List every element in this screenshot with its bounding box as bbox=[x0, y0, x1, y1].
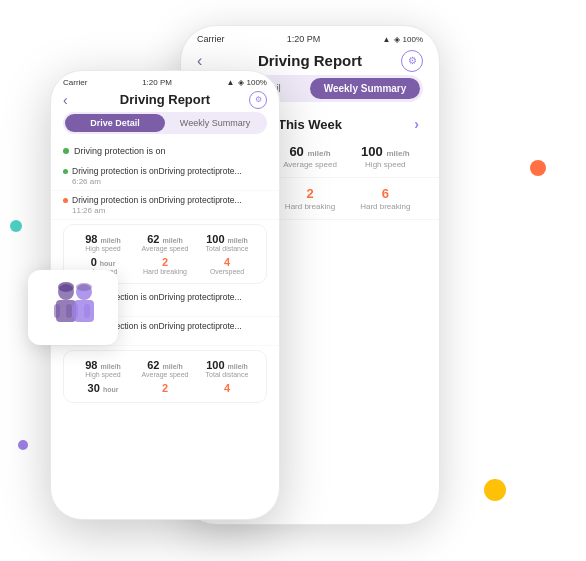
card-stat-avg-speed-2: 62 mile/h Average speed bbox=[134, 359, 196, 378]
entry-time-2: 11:26 am bbox=[63, 206, 267, 215]
card-stat-total-dist-1: 100 mile/h Total distance bbox=[196, 233, 258, 252]
drive-entry-1-header: Driving protection is onDriving protecti… bbox=[63, 166, 267, 176]
drive-entry-2-header: Driving protection is onDriving protecti… bbox=[63, 195, 267, 205]
settings-button-front[interactable]: ⚙ bbox=[249, 91, 267, 109]
carrier-label-back: Carrier bbox=[197, 34, 225, 44]
stats-card-1-top-row: 98 mile/h High speed 62 mile/h Average s… bbox=[72, 231, 258, 254]
card-stat-breaking-1: 2 Hard breaking bbox=[134, 256, 196, 275]
stat-value-hard-breaking-2: 6 bbox=[348, 186, 423, 201]
back-button-front[interactable]: ‹ bbox=[63, 92, 68, 108]
signal-icon: ▲ bbox=[383, 35, 391, 44]
week-next-button[interactable]: › bbox=[414, 116, 419, 132]
stats-card-2: 98 mile/h High speed 62 mile/h Average s… bbox=[63, 350, 267, 403]
stat-label-avg-speed: Average speed bbox=[272, 160, 347, 169]
time-label-back: 1:20 PM bbox=[287, 34, 321, 44]
svg-point-8 bbox=[58, 282, 74, 292]
card-stat-val-td1: 100 mile/h bbox=[196, 233, 258, 245]
battery-label-back: 100% bbox=[403, 35, 423, 44]
entry-dot-green-1 bbox=[63, 169, 68, 174]
stat-hard-breaking-2: 6 Hard breaking bbox=[348, 186, 423, 211]
stat-total-dist: 100 mile/h High speed bbox=[348, 144, 423, 169]
stat-hard-breaking: 2 Hard breaking bbox=[272, 186, 347, 211]
svg-rect-2 bbox=[54, 304, 60, 318]
svg-point-9 bbox=[76, 283, 92, 291]
stat-value-total-dist: 100 mile/h bbox=[348, 144, 423, 159]
tabs-front: Drive Detail Weekly Summary bbox=[63, 112, 267, 134]
status-bar-front: Carrier 1:20 PM ▲ ◈ 100% bbox=[51, 71, 279, 90]
wifi-icon-front: ◈ bbox=[238, 78, 244, 87]
header-front: ‹ Driving Report ⚙ bbox=[51, 90, 279, 112]
card-stat-avg-speed-1: 62 mile/h Average speed bbox=[134, 233, 196, 252]
drive-entry-2[interactable]: Driving protection is onDriving protecti… bbox=[51, 191, 279, 220]
protection-status: Driving protection is on bbox=[51, 142, 279, 162]
card-stat-hour-2: 30 hour bbox=[72, 382, 134, 394]
time-label-front: 1:20 PM bbox=[142, 78, 172, 87]
card-stat-high-speed-2: 98 mile/h High speed bbox=[72, 359, 134, 378]
card-stat-val-as1: 62 mile/h bbox=[134, 233, 196, 245]
settings-button-back[interactable]: ⚙ bbox=[401, 50, 423, 72]
avatar-illustration bbox=[38, 278, 108, 338]
tab-weekly-summary-back[interactable]: Weekly Summary bbox=[310, 78, 420, 99]
stats-card-2-bottom-row: 30 hour 2 4 bbox=[72, 380, 258, 396]
stat-avg-speed: 60 mile/h Average speed bbox=[272, 144, 347, 169]
status-bar-back: Carrier 1:20 PM ▲ ◈ 100% bbox=[181, 26, 439, 48]
tab-drive-detail-front[interactable]: Drive Detail bbox=[65, 114, 165, 132]
status-icons-back: ▲ ◈ 100% bbox=[383, 35, 423, 44]
card-stat-overspeed-2: 4 bbox=[196, 382, 258, 394]
status-icons-front: ▲ ◈ 100% bbox=[227, 78, 267, 87]
entry-dot-orange-1 bbox=[63, 198, 68, 203]
decorative-dot-orange bbox=[530, 160, 546, 176]
protection-text: Driving protection is on bbox=[74, 146, 166, 156]
entry-text-2: Driving protection is onDriving protecti… bbox=[72, 195, 242, 205]
decorative-dot-yellow bbox=[484, 479, 506, 501]
svg-rect-7 bbox=[84, 304, 90, 318]
page-title-back: Driving Report bbox=[258, 52, 362, 69]
back-button-back[interactable]: ‹ bbox=[197, 52, 202, 70]
battery-label-front: 100% bbox=[247, 78, 267, 87]
drive-entry-1[interactable]: Driving protection is onDriving protecti… bbox=[51, 162, 279, 191]
entry-text-1: Driving protection is onDriving protecti… bbox=[72, 166, 242, 176]
card-stat-high-speed-1: 98 mile/h High speed bbox=[72, 233, 134, 252]
stat-label-total-dist: High speed bbox=[348, 160, 423, 169]
page-title-front: Driving Report bbox=[120, 92, 210, 107]
card-stat-breaking-2: 2 bbox=[134, 382, 196, 394]
entry-time-1: 6:26 am bbox=[63, 177, 267, 186]
decorative-dot-purple bbox=[18, 440, 28, 450]
svg-rect-3 bbox=[66, 304, 72, 318]
tab-weekly-summary-front[interactable]: Weekly Summary bbox=[165, 114, 265, 132]
card-stat-val-hs1: 98 mile/h bbox=[72, 233, 134, 245]
avatar-card bbox=[28, 270, 118, 345]
card-stat-total-dist-2: 100 mile/h Total distance bbox=[196, 359, 258, 378]
week-label: This Week bbox=[278, 117, 342, 132]
stat-value-hard-breaking: 2 bbox=[272, 186, 347, 201]
signal-icon-front: ▲ bbox=[227, 78, 235, 87]
decorative-dot-teal bbox=[10, 220, 22, 232]
card-stat-overspeed-1: 4 Overspeed bbox=[196, 256, 258, 275]
stat-value-avg-speed: 60 mile/h bbox=[272, 144, 347, 159]
svg-rect-6 bbox=[72, 304, 78, 318]
stats-card-2-top-row: 98 mile/h High speed 62 mile/h Average s… bbox=[72, 357, 258, 380]
protection-dot bbox=[63, 148, 69, 154]
wifi-icon: ◈ bbox=[394, 35, 400, 44]
carrier-label-front: Carrier bbox=[63, 78, 87, 87]
